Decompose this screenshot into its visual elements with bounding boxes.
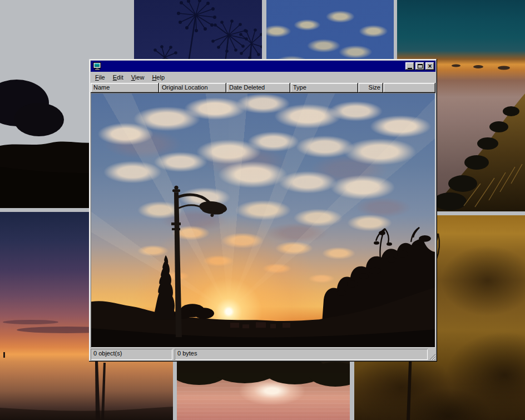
- status-object-count: 0 object(s): [91, 349, 172, 360]
- menu-file[interactable]: File: [91, 73, 109, 82]
- menu-edit[interactable]: Edit: [109, 73, 127, 82]
- column-header-original-location[interactable]: Original Location: [159, 83, 226, 93]
- column-header-name[interactable]: Name: [91, 83, 159, 93]
- recycle-bin-window: × File Edit View Help Name Original Loca…: [89, 59, 437, 362]
- computer-icon: [93, 62, 102, 71]
- list-column-headers: Name Original Location Date Deleted Type…: [91, 83, 435, 93]
- status-byte-count: 0 bytes: [175, 349, 428, 360]
- column-header-size[interactable]: Size: [358, 83, 383, 93]
- menu-view[interactable]: View: [127, 73, 148, 82]
- minimize-button[interactable]: [405, 62, 414, 70]
- menu-help[interactable]: Help: [148, 73, 169, 82]
- list-view-area[interactable]: [91, 93, 435, 348]
- minimize-icon: [408, 68, 412, 69]
- maximize-icon: [418, 64, 423, 68]
- maximize-button[interactable]: [415, 62, 424, 70]
- resize-grip-icon[interactable]: [428, 353, 435, 360]
- close-button[interactable]: ×: [425, 62, 434, 70]
- sunset-streetlamp-photo: [91, 93, 435, 347]
- column-header-date-deleted[interactable]: Date Deleted: [226, 83, 290, 93]
- column-header-type[interactable]: Type: [290, 83, 358, 93]
- column-header-empty[interactable]: [383, 83, 435, 93]
- desktop: { "desktop": { "gap_color": "#b9bcc0", "…: [0, 0, 525, 420]
- menu-bar: File Edit View Help: [91, 72, 435, 83]
- status-bar: 0 object(s) 0 bytes: [91, 348, 435, 360]
- close-icon: ×: [428, 63, 432, 69]
- photo-silhouettes: [91, 93, 435, 347]
- window-titlebar[interactable]: ×: [91, 61, 435, 72]
